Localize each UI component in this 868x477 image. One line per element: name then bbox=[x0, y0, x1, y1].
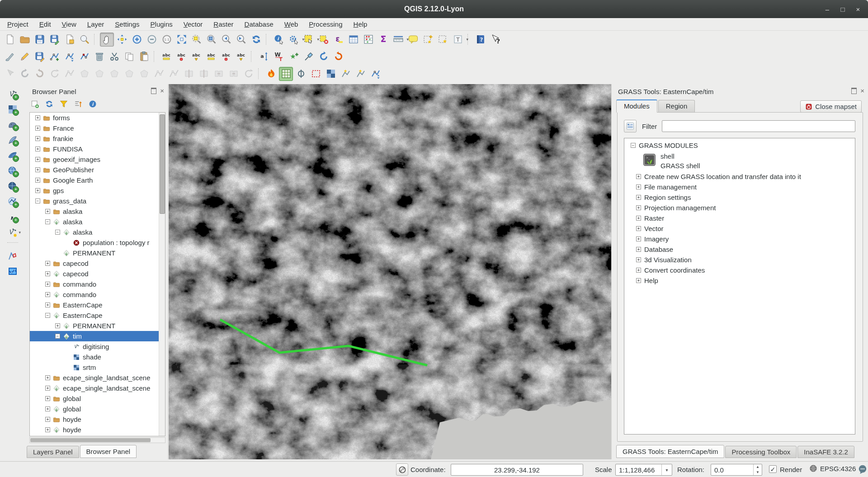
expander-icon[interactable]: + bbox=[45, 396, 50, 401]
expander-icon[interactable]: + bbox=[55, 323, 60, 328]
new-grass-vector-layer-button[interactable]: ▾ bbox=[5, 225, 19, 239]
select-features-button[interactable]: ▾ bbox=[302, 33, 316, 47]
expander-icon[interactable]: + bbox=[636, 184, 641, 189]
tree-item-digitising[interactable]: digitising bbox=[30, 341, 165, 352]
tree-item-global[interactable]: +global bbox=[30, 404, 165, 414]
add-raster-layer-button[interactable]: + bbox=[5, 102, 19, 116]
expander-icon[interactable]: + bbox=[636, 174, 641, 179]
expander-icon[interactable]: + bbox=[636, 226, 641, 231]
edit-region-rect-button[interactable] bbox=[309, 67, 323, 81]
save-layer-edits-button[interactable] bbox=[33, 50, 47, 64]
select-by-expression-button[interactable] bbox=[331, 33, 345, 47]
save-project-as-button[interactable] bbox=[47, 33, 61, 47]
tree-item-alaska[interactable]: −alaska bbox=[30, 217, 165, 227]
label-configuration-button[interactable] bbox=[175, 50, 189, 64]
current-edits-button[interactable] bbox=[3, 50, 17, 64]
close-button[interactable]: × bbox=[854, 5, 862, 13]
new-bookmark-button[interactable] bbox=[421, 33, 435, 47]
undo-edit-button[interactable] bbox=[18, 67, 32, 81]
split-features-button[interactable] bbox=[182, 67, 196, 81]
tab-inasafe-3-2-2[interactable]: InaSAFE 3.2.2 bbox=[797, 446, 854, 458]
save-project-button[interactable] bbox=[33, 33, 47, 47]
run-feature-action-button[interactable]: ▾ bbox=[287, 33, 301, 47]
add-wcs-layer-button[interactable]: + bbox=[5, 179, 19, 193]
open-project-button[interactable] bbox=[18, 33, 32, 47]
tree-item-commando[interactable]: +commando bbox=[30, 279, 165, 289]
new-project-button[interactable] bbox=[3, 33, 17, 47]
tree-item-capecod[interactable]: +capecod bbox=[30, 258, 165, 269]
grass-module-group-3d-visualization[interactable]: +3d Visualization bbox=[624, 255, 855, 265]
float-panel-icon[interactable] bbox=[851, 88, 857, 94]
tree-item-srtm[interactable]: srtm bbox=[30, 362, 165, 373]
menu-edit[interactable]: Edit bbox=[34, 18, 57, 30]
expander-icon[interactable]: − bbox=[55, 334, 60, 339]
messages-button[interactable] bbox=[857, 464, 868, 475]
tree-item-hoyde[interactable]: +hoyde bbox=[30, 425, 165, 435]
zoom-last-button[interactable] bbox=[219, 33, 233, 47]
tab-grass-tools-easterncape-tim[interactable]: GRASS Tools: EasternCape/tim bbox=[616, 445, 724, 458]
tree-item-permanent[interactable]: +PERMANENT bbox=[30, 321, 165, 331]
change-label-button[interactable] bbox=[257, 50, 271, 64]
tree-item-alaska[interactable]: +alaska bbox=[30, 206, 165, 217]
display-current-grass-region-button[interactable] bbox=[279, 67, 293, 81]
tree-item-commando[interactable]: +commando bbox=[30, 289, 165, 300]
vertical-scrollbar[interactable] bbox=[159, 113, 165, 436]
scale-combobox[interactable]: 1:1,128,466 ▾ bbox=[615, 464, 672, 476]
grass-module-group-file-management[interactable]: +File management bbox=[624, 182, 855, 192]
pin-unpin-labels-button[interactable] bbox=[189, 50, 203, 64]
grass-shell-item[interactable]: shellGRASS shell bbox=[642, 151, 855, 170]
node-tool-button[interactable] bbox=[77, 50, 91, 64]
add-wfs-layer-button[interactable]: + bbox=[5, 194, 19, 208]
open-attribute-table-button[interactable] bbox=[346, 33, 360, 47]
tree-item-google-earth[interactable]: +Google Earth bbox=[30, 175, 165, 185]
expander-icon[interactable]: − bbox=[45, 313, 50, 318]
show-statistical-summary-button[interactable] bbox=[376, 33, 390, 47]
merge-attributes-button[interactable] bbox=[226, 67, 241, 81]
menu-settings[interactable]: Settings bbox=[109, 18, 145, 30]
text-annotation-button[interactable]: ▾ bbox=[451, 33, 465, 47]
expander-icon[interactable]: + bbox=[636, 278, 641, 283]
zoom-in-button[interactable] bbox=[130, 33, 144, 47]
grass-modules-root[interactable]: −GRASS MODULES bbox=[624, 140, 855, 151]
map-canvas[interactable] bbox=[169, 84, 611, 459]
tree-item-alaska[interactable]: −alaska bbox=[30, 227, 165, 237]
grass-module-group-convert-coordinates[interactable]: +Convert coordinates bbox=[624, 265, 855, 275]
delete-part-button[interactable] bbox=[137, 67, 151, 81]
move-label-button[interactable] bbox=[219, 50, 233, 64]
add-feature-button[interactable] bbox=[47, 50, 61, 64]
tree-item-easterncape[interactable]: +EasternCape bbox=[30, 300, 165, 310]
toggle-editing-button[interactable] bbox=[18, 50, 32, 64]
expander-icon[interactable]: + bbox=[45, 209, 50, 214]
expander-icon[interactable]: + bbox=[35, 136, 40, 141]
expander-icon[interactable]: + bbox=[35, 146, 40, 151]
map-tips-button[interactable] bbox=[406, 33, 420, 47]
paste-features-button[interactable] bbox=[137, 50, 151, 64]
add-wms-layer-button[interactable]: + bbox=[5, 164, 19, 178]
add-delimited-text-layer-button[interactable]: + bbox=[5, 210, 19, 224]
expander-icon[interactable]: + bbox=[45, 292, 50, 297]
zoom-to-selection-button[interactable] bbox=[189, 33, 203, 47]
new-star-item-button[interactable] bbox=[287, 50, 301, 64]
toggle-extents-button[interactable] bbox=[396, 463, 408, 476]
coordinate-input[interactable]: 23.299,-34.192 bbox=[451, 464, 583, 476]
move-feature-button[interactable] bbox=[62, 50, 76, 64]
rotate-point-symbols-button[interactable] bbox=[241, 67, 255, 81]
new-composer-button[interactable] bbox=[62, 33, 76, 47]
render-checkbox[interactable]: ✓ bbox=[769, 465, 777, 473]
split-parts-button[interactable] bbox=[197, 67, 211, 81]
tab-processing-toolbox[interactable]: Processing Toolbox bbox=[725, 446, 797, 458]
expander-icon[interactable]: + bbox=[45, 261, 50, 266]
move-region-vertex-button[interactable] bbox=[368, 67, 382, 81]
expander-icon[interactable]: + bbox=[45, 417, 50, 422]
undo-button[interactable] bbox=[316, 50, 330, 64]
layer-labeling-button[interactable] bbox=[160, 50, 174, 64]
delete-selected-button[interactable] bbox=[92, 50, 106, 64]
tree-item-forms[interactable]: +forms bbox=[30, 113, 165, 123]
add-vector-layer-button[interactable]: + bbox=[5, 87, 19, 101]
rotate-feature-button[interactable] bbox=[47, 67, 61, 81]
redo-edit-button[interactable] bbox=[33, 67, 47, 81]
zoom-to-layer-button[interactable] bbox=[204, 33, 218, 47]
menu-view[interactable]: View bbox=[57, 18, 82, 30]
grass-module-group-create-new-grass-location-and-transfer-data-into-it[interactable]: +Create new GRASS location and transfer … bbox=[624, 171, 855, 182]
grass-tools-button[interactable] bbox=[264, 67, 278, 81]
